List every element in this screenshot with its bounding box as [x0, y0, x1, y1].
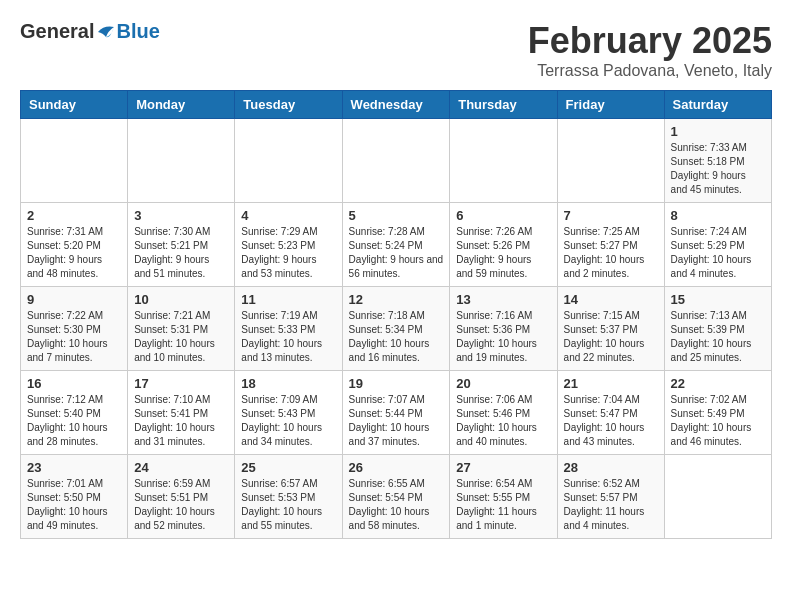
day-number: 24 [134, 460, 228, 475]
location-text: Terrassa Padovana, Veneto, Italy [528, 62, 772, 80]
weekday-header-thursday: Thursday [450, 91, 557, 119]
logo-bird-icon [96, 23, 116, 41]
calendar-cell: 9Sunrise: 7:22 AM Sunset: 5:30 PM Daylig… [21, 287, 128, 371]
day-info: Sunrise: 7:18 AM Sunset: 5:34 PM Dayligh… [349, 309, 444, 365]
calendar-cell: 15Sunrise: 7:13 AM Sunset: 5:39 PM Dayli… [664, 287, 771, 371]
day-info: Sunrise: 7:12 AM Sunset: 5:40 PM Dayligh… [27, 393, 121, 449]
calendar-cell [450, 119, 557, 203]
calendar-cell: 6Sunrise: 7:26 AM Sunset: 5:26 PM Daylig… [450, 203, 557, 287]
calendar-cell: 17Sunrise: 7:10 AM Sunset: 5:41 PM Dayli… [128, 371, 235, 455]
calendar-cell [128, 119, 235, 203]
day-info: Sunrise: 7:30 AM Sunset: 5:21 PM Dayligh… [134, 225, 228, 281]
title-block: February 2025 Terrassa Padovana, Veneto,… [528, 20, 772, 80]
day-info: Sunrise: 7:15 AM Sunset: 5:37 PM Dayligh… [564, 309, 658, 365]
calendar-cell: 21Sunrise: 7:04 AM Sunset: 5:47 PM Dayli… [557, 371, 664, 455]
day-info: Sunrise: 7:09 AM Sunset: 5:43 PM Dayligh… [241, 393, 335, 449]
calendar-cell: 11Sunrise: 7:19 AM Sunset: 5:33 PM Dayli… [235, 287, 342, 371]
weekday-header-saturday: Saturday [664, 91, 771, 119]
calendar-cell: 2Sunrise: 7:31 AM Sunset: 5:20 PM Daylig… [21, 203, 128, 287]
day-info: Sunrise: 7:13 AM Sunset: 5:39 PM Dayligh… [671, 309, 765, 365]
logo: General Blue [20, 20, 160, 43]
day-number: 17 [134, 376, 228, 391]
page-header: General Blue February 2025 Terrassa Pado… [20, 20, 772, 80]
day-number: 22 [671, 376, 765, 391]
calendar-cell: 23Sunrise: 7:01 AM Sunset: 5:50 PM Dayli… [21, 455, 128, 539]
weekday-header-friday: Friday [557, 91, 664, 119]
day-info: Sunrise: 7:29 AM Sunset: 5:23 PM Dayligh… [241, 225, 335, 281]
calendar-cell: 26Sunrise: 6:55 AM Sunset: 5:54 PM Dayli… [342, 455, 450, 539]
day-number: 16 [27, 376, 121, 391]
calendar-cell: 28Sunrise: 6:52 AM Sunset: 5:57 PM Dayli… [557, 455, 664, 539]
day-info: Sunrise: 7:06 AM Sunset: 5:46 PM Dayligh… [456, 393, 550, 449]
calendar-cell: 3Sunrise: 7:30 AM Sunset: 5:21 PM Daylig… [128, 203, 235, 287]
calendar-week-5: 23Sunrise: 7:01 AM Sunset: 5:50 PM Dayli… [21, 455, 772, 539]
calendar-cell: 14Sunrise: 7:15 AM Sunset: 5:37 PM Dayli… [557, 287, 664, 371]
calendar-cell: 13Sunrise: 7:16 AM Sunset: 5:36 PM Dayli… [450, 287, 557, 371]
calendar-cell: 4Sunrise: 7:29 AM Sunset: 5:23 PM Daylig… [235, 203, 342, 287]
day-number: 28 [564, 460, 658, 475]
calendar-cell: 27Sunrise: 6:54 AM Sunset: 5:55 PM Dayli… [450, 455, 557, 539]
day-info: Sunrise: 7:21 AM Sunset: 5:31 PM Dayligh… [134, 309, 228, 365]
calendar-cell [235, 119, 342, 203]
calendar-cell: 22Sunrise: 7:02 AM Sunset: 5:49 PM Dayli… [664, 371, 771, 455]
day-info: Sunrise: 7:02 AM Sunset: 5:49 PM Dayligh… [671, 393, 765, 449]
calendar-week-1: 1Sunrise: 7:33 AM Sunset: 5:18 PM Daylig… [21, 119, 772, 203]
weekday-header-tuesday: Tuesday [235, 91, 342, 119]
day-info: Sunrise: 7:16 AM Sunset: 5:36 PM Dayligh… [456, 309, 550, 365]
calendar-cell: 12Sunrise: 7:18 AM Sunset: 5:34 PM Dayli… [342, 287, 450, 371]
day-info: Sunrise: 7:04 AM Sunset: 5:47 PM Dayligh… [564, 393, 658, 449]
calendar-cell: 18Sunrise: 7:09 AM Sunset: 5:43 PM Dayli… [235, 371, 342, 455]
calendar-week-2: 2Sunrise: 7:31 AM Sunset: 5:20 PM Daylig… [21, 203, 772, 287]
day-info: Sunrise: 7:07 AM Sunset: 5:44 PM Dayligh… [349, 393, 444, 449]
weekday-header-monday: Monday [128, 91, 235, 119]
day-info: Sunrise: 6:55 AM Sunset: 5:54 PM Dayligh… [349, 477, 444, 533]
calendar-cell [664, 455, 771, 539]
calendar-cell: 1Sunrise: 7:33 AM Sunset: 5:18 PM Daylig… [664, 119, 771, 203]
day-number: 14 [564, 292, 658, 307]
day-info: Sunrise: 7:22 AM Sunset: 5:30 PM Dayligh… [27, 309, 121, 365]
day-info: Sunrise: 7:01 AM Sunset: 5:50 PM Dayligh… [27, 477, 121, 533]
day-number: 1 [671, 124, 765, 139]
day-info: Sunrise: 6:59 AM Sunset: 5:51 PM Dayligh… [134, 477, 228, 533]
day-number: 12 [349, 292, 444, 307]
day-info: Sunrise: 6:54 AM Sunset: 5:55 PM Dayligh… [456, 477, 550, 533]
day-info: Sunrise: 7:28 AM Sunset: 5:24 PM Dayligh… [349, 225, 444, 281]
calendar-cell: 24Sunrise: 6:59 AM Sunset: 5:51 PM Dayli… [128, 455, 235, 539]
calendar-week-3: 9Sunrise: 7:22 AM Sunset: 5:30 PM Daylig… [21, 287, 772, 371]
calendar-cell [21, 119, 128, 203]
month-title: February 2025 [528, 20, 772, 62]
weekday-header-sunday: Sunday [21, 91, 128, 119]
day-info: Sunrise: 7:10 AM Sunset: 5:41 PM Dayligh… [134, 393, 228, 449]
day-number: 4 [241, 208, 335, 223]
day-number: 25 [241, 460, 335, 475]
day-number: 6 [456, 208, 550, 223]
calendar-cell: 7Sunrise: 7:25 AM Sunset: 5:27 PM Daylig… [557, 203, 664, 287]
day-number: 5 [349, 208, 444, 223]
day-number: 3 [134, 208, 228, 223]
weekday-header-row: SundayMondayTuesdayWednesdayThursdayFrid… [21, 91, 772, 119]
day-number: 19 [349, 376, 444, 391]
logo-blue-text: Blue [116, 20, 159, 43]
calendar-cell: 20Sunrise: 7:06 AM Sunset: 5:46 PM Dayli… [450, 371, 557, 455]
day-number: 8 [671, 208, 765, 223]
calendar-cell: 8Sunrise: 7:24 AM Sunset: 5:29 PM Daylig… [664, 203, 771, 287]
day-info: Sunrise: 7:31 AM Sunset: 5:20 PM Dayligh… [27, 225, 121, 281]
day-number: 10 [134, 292, 228, 307]
calendar-cell: 16Sunrise: 7:12 AM Sunset: 5:40 PM Dayli… [21, 371, 128, 455]
calendar-cell: 10Sunrise: 7:21 AM Sunset: 5:31 PM Dayli… [128, 287, 235, 371]
day-number: 26 [349, 460, 444, 475]
calendar-cell: 19Sunrise: 7:07 AM Sunset: 5:44 PM Dayli… [342, 371, 450, 455]
day-number: 23 [27, 460, 121, 475]
day-number: 7 [564, 208, 658, 223]
day-number: 13 [456, 292, 550, 307]
weekday-header-wednesday: Wednesday [342, 91, 450, 119]
day-number: 27 [456, 460, 550, 475]
day-info: Sunrise: 7:24 AM Sunset: 5:29 PM Dayligh… [671, 225, 765, 281]
day-number: 15 [671, 292, 765, 307]
day-number: 21 [564, 376, 658, 391]
day-number: 11 [241, 292, 335, 307]
calendar-cell: 25Sunrise: 6:57 AM Sunset: 5:53 PM Dayli… [235, 455, 342, 539]
calendar-cell [557, 119, 664, 203]
day-info: Sunrise: 6:52 AM Sunset: 5:57 PM Dayligh… [564, 477, 658, 533]
calendar-table: SundayMondayTuesdayWednesdayThursdayFrid… [20, 90, 772, 539]
